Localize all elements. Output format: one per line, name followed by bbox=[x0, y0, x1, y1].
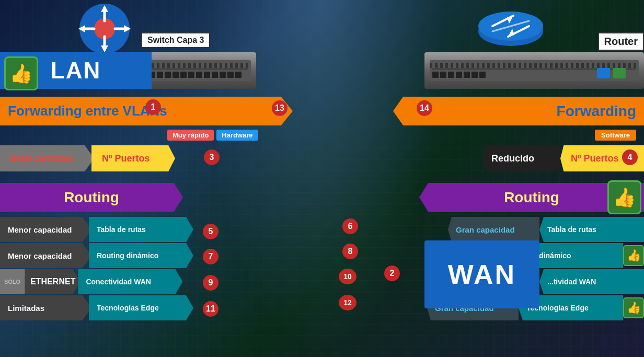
switch-capa3-label: Switch Capa 3 bbox=[141, 32, 210, 48]
cell-tecnologias-edge-left: Tecnologías Edge bbox=[89, 295, 193, 320]
thumbs-up-row4: 👍 bbox=[623, 297, 644, 318]
svg-rect-43 bbox=[613, 65, 626, 78]
svg-rect-24 bbox=[235, 72, 242, 78]
router-label: Router bbox=[598, 32, 644, 51]
badge-14: 14 bbox=[417, 100, 432, 116]
badge-13: 13 bbox=[272, 100, 288, 116]
cell-tabla-rutas-left: Tabla de rutas bbox=[89, 217, 193, 242]
ethernet-label: ETHERNET bbox=[25, 269, 80, 294]
badge-6: 6 bbox=[342, 218, 358, 234]
svg-rect-14 bbox=[157, 72, 163, 78]
cell-conectividad-wan-left: Conectividad WAN bbox=[78, 269, 182, 294]
svg-rect-33 bbox=[432, 63, 636, 67]
svg-rect-40 bbox=[472, 72, 478, 78]
badge-2: 2 bbox=[384, 266, 400, 281]
svg-rect-23 bbox=[227, 72, 234, 78]
table-row: Menor capacidad Routing dinámico bbox=[0, 243, 193, 268]
table-row: SÓLO ETHERNET Conectividad WAN bbox=[0, 269, 193, 294]
router-device-image bbox=[424, 52, 644, 89]
muy-rapido-tag: Muy rápido bbox=[167, 130, 214, 141]
badge-10: 10 bbox=[339, 269, 356, 284]
badge-5: 5 bbox=[203, 224, 218, 239]
cell-tabla-rutas-right: Tabla de rutas bbox=[539, 217, 644, 242]
speed-tags: Muy rápido Hardware bbox=[167, 130, 258, 141]
thumbs-up-routing-right: 👍 bbox=[607, 180, 641, 214]
cell-menor-capacidad-1: Menor capacidad bbox=[0, 217, 91, 242]
cell-limitadas: Limitadas bbox=[0, 295, 91, 320]
badge-8: 8 bbox=[342, 244, 358, 259]
thumbs-up-left: 👍 bbox=[4, 56, 38, 90]
svg-rect-22 bbox=[220, 72, 226, 78]
badge-1: 1 bbox=[145, 99, 161, 115]
cell-conectividad-wan-right: ...tividad WAN bbox=[539, 269, 644, 294]
puertos-row-right: Reducido Nº Puertos bbox=[482, 145, 644, 171]
svg-rect-19 bbox=[196, 72, 202, 78]
switch-device-image bbox=[141, 52, 256, 89]
badge-4: 4 bbox=[622, 149, 638, 165]
badge-7: 7 bbox=[203, 249, 218, 264]
svg-rect-35 bbox=[432, 72, 439, 78]
svg-rect-12 bbox=[149, 68, 248, 70]
svg-rect-41 bbox=[479, 72, 486, 78]
reducido-cell: Reducido bbox=[482, 145, 560, 171]
routing-left-banner: Routing bbox=[0, 183, 183, 212]
solo-label: SÓLO bbox=[0, 269, 25, 294]
cell-menor-capacidad-2: Menor capacidad bbox=[0, 243, 91, 268]
badge-9: 9 bbox=[203, 275, 218, 291]
svg-rect-39 bbox=[464, 72, 470, 78]
svg-rect-18 bbox=[188, 72, 194, 78]
badge-3: 3 bbox=[204, 149, 220, 165]
gran-cantidad-cell: Gran cantidad bbox=[0, 145, 94, 171]
svg-rect-15 bbox=[165, 72, 171, 78]
hardware-tag: Hardware bbox=[216, 130, 258, 141]
svg-rect-20 bbox=[204, 72, 210, 78]
svg-rect-38 bbox=[456, 72, 462, 78]
svg-rect-21 bbox=[212, 72, 218, 78]
svg-rect-42 bbox=[597, 65, 610, 78]
cell-gran-capacidad-1: Gran capacidad bbox=[448, 217, 539, 242]
svg-rect-11 bbox=[149, 63, 248, 67]
svg-rect-37 bbox=[448, 72, 454, 78]
router-icon bbox=[477, 3, 545, 57]
wan-box: WAN bbox=[424, 240, 539, 308]
table-row: Gran capacidad Tabla de rutas bbox=[427, 217, 644, 242]
cell-routing-dinamico-left: Routing dinámico bbox=[89, 243, 193, 268]
puertos-row-left: Gran cantidad Nº Puertos bbox=[0, 145, 175, 171]
table-row: Menor capacidad Tabla de rutas bbox=[0, 217, 193, 242]
thumbs-up-row2: 👍 bbox=[623, 245, 644, 266]
badge-11: 11 bbox=[203, 301, 218, 317]
svg-rect-36 bbox=[440, 72, 446, 78]
svg-rect-16 bbox=[172, 72, 179, 78]
table-left: Menor capacidad Tabla de rutas Menor cap… bbox=[0, 217, 193, 320]
software-tag: Software bbox=[595, 130, 636, 141]
svg-rect-17 bbox=[180, 72, 187, 78]
n-puertos-left-cell: Nº Puertos bbox=[91, 145, 175, 171]
table-row: Limitadas Tecnologías Edge bbox=[0, 295, 193, 320]
main-content: Switch Capa 3 👍 LAN Forwa bbox=[0, 0, 644, 357]
badge-12: 12 bbox=[339, 295, 356, 310]
switch-icon bbox=[76, 3, 133, 57]
